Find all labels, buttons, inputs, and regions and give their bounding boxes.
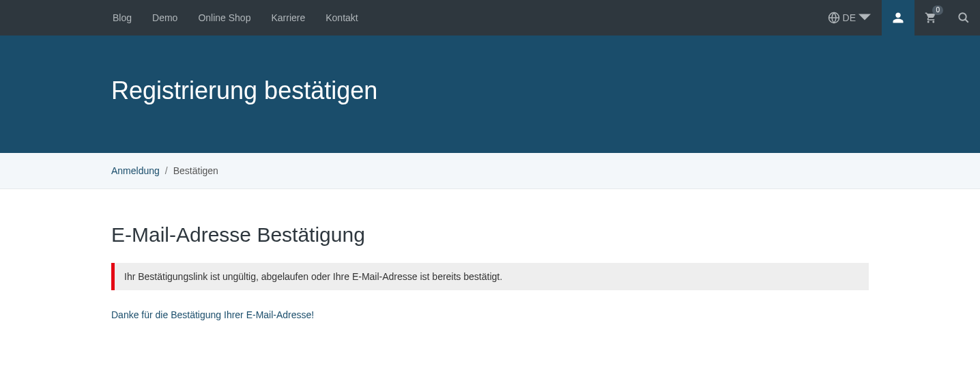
search-icon <box>957 12 970 24</box>
breadcrumb-link-anmeldung[interactable]: Anmeldung <box>111 165 160 176</box>
language-label: DE <box>843 12 856 23</box>
nav-left: Blog Demo Online Shop Karriere Kontakt <box>102 0 369 36</box>
breadcrumb-separator: / <box>165 165 168 176</box>
language-selector[interactable]: DE <box>820 0 882 36</box>
user-icon <box>892 12 904 24</box>
nav-online-shop[interactable]: Online Shop <box>188 0 261 36</box>
alert-error: Ihr Bestätigungslink ist ungültig, abgel… <box>111 263 869 290</box>
nav-right: DE 0 <box>820 0 980 36</box>
cart-button[interactable]: 0 <box>914 0 947 36</box>
breadcrumb-current: Bestätigen <box>173 165 218 176</box>
confirmation-text: Danke für die Bestätigung Ihrer E-Mail-A… <box>111 309 869 320</box>
globe-icon <box>828 12 840 24</box>
svg-line-3 <box>965 19 968 23</box>
hero-banner: Registrierung bestätigen <box>0 36 980 153</box>
top-navbar: Blog Demo Online Shop Karriere Kontakt D… <box>0 0 980 36</box>
page-title: Registrierung bestätigen <box>111 76 869 105</box>
chevron-down-icon <box>859 12 871 24</box>
main-content: E-Mail-Adresse Bestätigung Ihr Bestätigu… <box>0 189 980 354</box>
cart-count-badge: 0 <box>932 5 943 15</box>
nav-demo[interactable]: Demo <box>142 0 188 36</box>
svg-point-2 <box>959 13 966 20</box>
nav-karriere[interactable]: Karriere <box>261 0 315 36</box>
search-button[interactable] <box>947 0 980 36</box>
breadcrumb: Anmeldung / Bestätigen <box>111 165 869 176</box>
content-heading: E-Mail-Adresse Bestätigung <box>111 223 869 247</box>
nav-kontakt[interactable]: Kontakt <box>315 0 368 36</box>
nav-blog[interactable]: Blog <box>102 0 142 36</box>
user-account-button[interactable] <box>882 0 914 36</box>
breadcrumb-bar: Anmeldung / Bestätigen <box>0 153 980 189</box>
